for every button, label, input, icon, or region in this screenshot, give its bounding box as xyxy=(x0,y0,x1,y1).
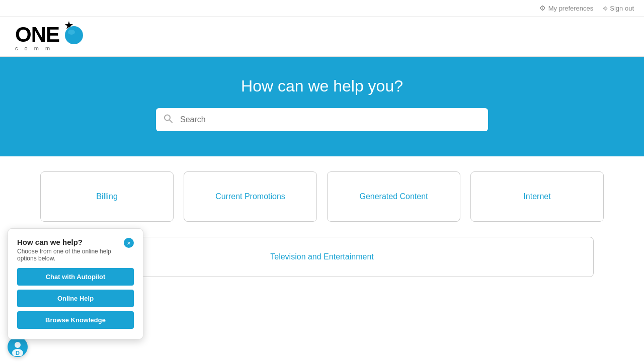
signout-label: Sign out xyxy=(610,5,634,12)
preferences-label: My preferences xyxy=(548,5,594,12)
category-cards-row1: Billing Current Promotions Generated Con… xyxy=(0,156,644,237)
svg-line-4 xyxy=(170,120,172,123)
logo-bar: ONE c o m m xyxy=(0,17,644,57)
category-card-billing[interactable]: Billing xyxy=(40,171,174,222)
chat-autopilot-button[interactable]: Chat with Autopilot xyxy=(17,268,134,286)
category-label-tv: Television and Entertainment xyxy=(270,252,373,261)
svg-point-2 xyxy=(68,30,75,35)
category-card-promotions[interactable]: Current Promotions xyxy=(184,171,317,222)
logo-one-text: ONE xyxy=(15,24,59,45)
chat-popup-text: How can we help? Choose from one of the … xyxy=(17,238,124,262)
logo-planet-icon xyxy=(58,20,86,48)
preferences-icon: ⚙ xyxy=(539,4,546,12)
floating-avatar[interactable]: D xyxy=(8,337,28,357)
chat-popup-buttons: Chat with Autopilot Online Help Browse K… xyxy=(17,268,134,329)
logo: ONE c o m m xyxy=(15,24,629,51)
chat-popup-header: How can we help? Choose from one of the … xyxy=(17,238,134,262)
chat-popup: How can we help? Choose from one of the … xyxy=(8,228,143,339)
online-help-button[interactable]: Online Help xyxy=(17,290,134,307)
category-label-internet: Internet xyxy=(523,192,550,201)
svg-text:D: D xyxy=(16,350,20,356)
category-card-generated[interactable]: Generated Content xyxy=(327,171,460,222)
category-label-promotions: Current Promotions xyxy=(215,192,285,201)
signout-icon: ⎆ xyxy=(603,4,607,12)
category-label-generated: Generated Content xyxy=(359,192,428,201)
avatar-icon: D xyxy=(9,338,27,356)
category-label-billing: Billing xyxy=(96,192,118,201)
svg-point-1 xyxy=(65,26,83,44)
top-bar: ⚙ My preferences ⎆ Sign out xyxy=(0,0,644,17)
signout-link[interactable]: ⎆ Sign out xyxy=(603,4,634,12)
search-input[interactable] xyxy=(156,108,488,131)
search-container xyxy=(156,108,488,131)
svg-point-6 xyxy=(15,342,21,348)
category-card-internet[interactable]: Internet xyxy=(470,171,604,222)
chat-close-button[interactable]: × xyxy=(124,238,134,248)
preferences-link[interactable]: ⚙ My preferences xyxy=(539,4,594,12)
chat-popup-title: How can we help? xyxy=(17,238,124,246)
avatar-inner: D xyxy=(8,337,28,357)
hero-title: How can we help you? xyxy=(10,77,634,96)
logo-comm-text: c o m m xyxy=(15,45,59,51)
browse-knowledge-button[interactable]: Browse Knowledge xyxy=(17,311,134,329)
logo-left: ONE c o m m xyxy=(15,24,59,51)
chat-popup-subtitle: Choose from one of the online help optio… xyxy=(17,248,124,262)
hero-section: How can we help you? xyxy=(0,57,644,156)
search-icon xyxy=(163,114,173,126)
